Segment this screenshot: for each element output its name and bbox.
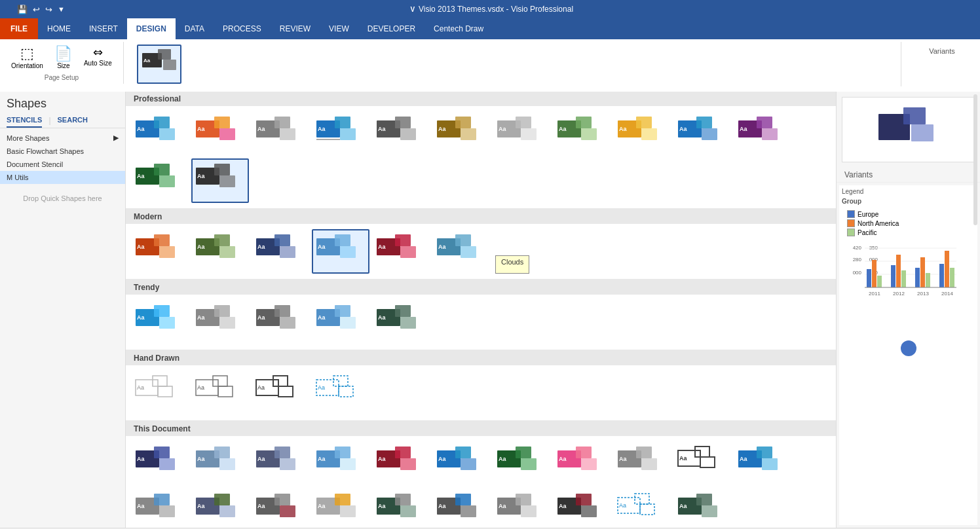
- theme-p6[interactable]: Aa: [432, 111, 490, 156]
- svg-text:000: 000: [853, 270, 862, 276]
- theme-m1[interactable]: Aa: [131, 229, 189, 274]
- theme-d14[interactable]: Aa: [252, 488, 309, 528]
- theme-m2[interactable]: Aa: [191, 229, 249, 274]
- orientation-label: Orientation: [11, 62, 43, 69]
- theme-d20[interactable]: Aa: [613, 488, 671, 528]
- theme-d16[interactable]: Aa: [372, 488, 430, 528]
- theme-t5[interactable]: Aa: [372, 300, 430, 344]
- tab-review[interactable]: REVIEW: [271, 18, 320, 39]
- svg-rect-199: [696, 494, 712, 505]
- undo-icon[interactable]: ↩: [33, 5, 40, 14]
- customize-icon[interactable]: ▼: [58, 5, 65, 13]
- orientation-button[interactable]: ⬚ Orientation: [8, 45, 47, 71]
- svg-rect-36: [581, 128, 597, 140]
- theme-p3[interactable]: Aa: [252, 111, 309, 156]
- group-label: Group: [842, 198, 975, 205]
- size-icon: 📄: [54, 46, 72, 61]
- theme-d12[interactable]: Aa: [131, 488, 189, 528]
- svg-rect-32: [521, 128, 537, 140]
- theme-d13[interactable]: Aa: [191, 488, 249, 528]
- more-shapes-link[interactable]: More Shapes ▶: [0, 131, 125, 145]
- theme-d2[interactable]: Aa: [191, 441, 249, 486]
- theme-h2[interactable]: Aa: [191, 371, 249, 415]
- theme-p1[interactable]: Aa: [131, 111, 189, 156]
- right-scrollbar[interactable]: [973, 94, 977, 225]
- theme-d4[interactable]: Aa: [312, 441, 369, 486]
- tab-file[interactable]: FILE: [0, 18, 38, 39]
- theme-t4[interactable]: Aa: [312, 300, 369, 344]
- svg-text:Aa: Aa: [197, 314, 205, 321]
- theme-p7[interactable]: Aa: [493, 111, 550, 156]
- svg-rect-111: [273, 376, 288, 386]
- size-button[interactable]: 📄 Size: [49, 45, 78, 71]
- nav-stencils[interactable]: STENCILS: [7, 113, 42, 128]
- tab-data[interactable]: DATA: [176, 18, 214, 39]
- theme-h1[interactable]: Aa: [131, 371, 189, 415]
- theme-d17[interactable]: Aa: [432, 488, 490, 528]
- svg-text:Aa: Aa: [378, 314, 386, 321]
- quick-access-toolbar[interactable]: 💾 ↩ ↪ ▼: [17, 5, 65, 14]
- theme-p2[interactable]: Aa: [191, 111, 249, 156]
- main-area: Shapes STENCILS | SEARCH More Shapes ▶ B…: [0, 92, 980, 528]
- theme-d15[interactable]: Aa: [312, 488, 369, 528]
- nav-search[interactable]: SEARCH: [58, 113, 88, 128]
- theme-h3[interactable]: Aa: [252, 371, 309, 415]
- redo-icon[interactable]: ↪: [45, 5, 52, 14]
- theme-d11[interactable]: Aa: [734, 441, 791, 486]
- document-stencil-link[interactable]: Document Stencil: [0, 158, 125, 171]
- svg-text:Aa: Aa: [197, 244, 205, 250]
- tab-developer[interactable]: DEVELOPER: [358, 18, 424, 39]
- theme-d19[interactable]: Aa: [553, 488, 611, 528]
- theme-d18[interactable]: Aa: [493, 488, 550, 528]
- theme-p4[interactable]: Aa: [312, 111, 369, 156]
- basic-flowchart-link[interactable]: Basic Flowchart Shapes: [0, 145, 125, 158]
- theme-d10[interactable]: Aa: [673, 441, 731, 486]
- theme-t3[interactable]: Aa: [252, 300, 309, 344]
- ribbon-theme-selected[interactable]: Aa: [137, 45, 181, 84]
- theme-d1[interactable]: Aa: [131, 441, 189, 486]
- center-panel[interactable]: Professional Aa Aa Aa Aa Aa: [126, 92, 836, 528]
- theme-p9[interactable]: Aa: [613, 111, 671, 156]
- svg-rect-119: [154, 447, 170, 458]
- svg-rect-192: [581, 505, 597, 517]
- theme-t1[interactable]: Aa: [131, 300, 189, 344]
- theme-p5[interactable]: Aa: [372, 111, 430, 156]
- theme-m6[interactable]: Aa: [432, 229, 490, 274]
- theme-m3[interactable]: Aa: [252, 229, 309, 274]
- tab-centech[interactable]: Centech Draw: [424, 18, 493, 39]
- theme-p11[interactable]: Aa: [734, 111, 791, 156]
- theme-m4[interactable]: Aa: [312, 229, 369, 274]
- theme-p8[interactable]: Aa: [553, 111, 611, 156]
- tab-home[interactable]: HOME: [38, 18, 80, 39]
- theme-p10[interactable]: Aa: [673, 111, 731, 156]
- theme-p12[interactable]: Aa: [131, 158, 189, 203]
- drop-zone: Drop Quick Shapes here: [7, 189, 119, 208]
- svg-rect-79: [455, 234, 471, 246]
- tab-insert[interactable]: INSERT: [80, 18, 127, 39]
- svg-rect-225: [950, 268, 954, 287]
- chart-legend: Europe North America Pacific: [842, 208, 975, 239]
- theme-d3[interactable]: Aa: [252, 441, 309, 486]
- theme-d6[interactable]: Aa: [432, 441, 490, 486]
- svg-text:Aa: Aa: [499, 126, 506, 132]
- tab-design[interactable]: DESIGN: [127, 18, 176, 39]
- theme-m5[interactable]: Aa: [372, 229, 430, 274]
- theme-d21[interactable]: Aa: [673, 488, 731, 528]
- variants-label-header: Variants: [837, 168, 980, 183]
- svg-text:Aa: Aa: [257, 456, 265, 462]
- svg-text:Aa: Aa: [318, 314, 326, 321]
- theme-p13[interactable]: Aa: [191, 158, 249, 203]
- svg-text:Aa: Aa: [619, 502, 626, 509]
- theme-d8[interactable]: Aa: [553, 441, 611, 486]
- theme-t2[interactable]: Aa: [191, 300, 249, 344]
- save-icon[interactable]: 💾: [17, 5, 28, 14]
- svg-rect-151: [636, 447, 652, 458]
- tab-process[interactable]: PROCESS: [214, 18, 271, 39]
- theme-d9[interactable]: Aa: [613, 441, 671, 486]
- m-utils-link[interactable]: M Utils: [0, 171, 125, 184]
- auto-size-button[interactable]: ⇔ Auto Size: [81, 45, 115, 71]
- theme-d5[interactable]: Aa: [372, 441, 430, 486]
- tab-view[interactable]: VIEW: [320, 18, 358, 39]
- theme-d7[interactable]: Aa: [493, 441, 550, 486]
- theme-h4[interactable]: Aa: [312, 371, 369, 415]
